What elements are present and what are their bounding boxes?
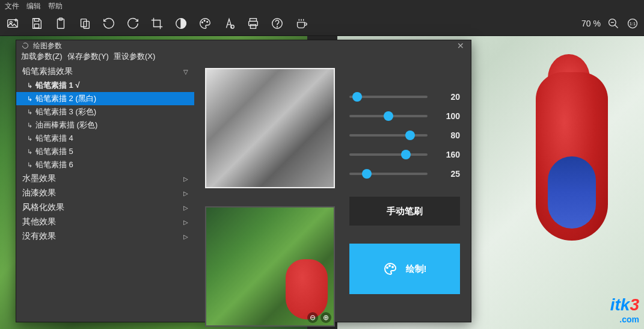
preset-pencil-3-color[interactable]: ↳铅笔素描 3 (彩色)	[16, 105, 194, 118]
svg-rect-2	[34, 18, 38, 21]
palette-icon[interactable]	[197, 16, 213, 31]
preview-sketch	[205, 68, 335, 188]
slider-thumb[interactable]	[384, 111, 393, 121]
preset-pencil-4[interactable]: ↳铅笔素描 4	[16, 132, 194, 145]
reset-params-menu[interactable]: 重设参数(X)	[114, 51, 155, 62]
slider-2-value: 100	[436, 111, 460, 121]
slider-3-track[interactable]	[349, 134, 428, 137]
slider-4-track[interactable]	[349, 153, 428, 156]
load-params-menu[interactable]: 加载参数(Z)	[21, 51, 63, 62]
parrot-image	[518, 48, 626, 289]
preview-zoom-out-icon[interactable]: ⊖	[307, 312, 318, 323]
category-ink[interactable]: 水墨效果▷	[16, 171, 194, 186]
dialog-titlebar[interactable]: 绘图参数 ✕	[16, 40, 471, 51]
slider-4-value: 160	[436, 150, 460, 159]
drawing-params-dialog: 绘图参数 ✕ 加载参数(Z) 保存参数(Y) 重设参数(X) 铅笔素描效果▽ ↳…	[16, 40, 471, 322]
dialog-menu: 加载参数(Z) 保存参数(Y) 重设参数(X)	[16, 51, 471, 62]
slider-1-value: 20	[436, 92, 460, 102]
category-style[interactable]: 风格化效果▷	[16, 200, 194, 215]
slider-thumb[interactable]	[405, 131, 415, 140]
svg-rect-13	[250, 18, 257, 21]
chevron-right-icon: ▷	[183, 190, 188, 197]
open-image-icon[interactable]	[5, 16, 20, 31]
help-icon[interactable]	[269, 16, 285, 31]
refresh-icon	[21, 42, 29, 50]
slider-2-track[interactable]	[349, 115, 428, 117]
preview-zoom-in-icon[interactable]: ⊕	[320, 312, 331, 323]
watermark: itk3 .com	[610, 295, 639, 324]
chevron-right-icon: ▷	[183, 233, 188, 240]
slider-3-value: 80	[436, 131, 460, 140]
svg-point-17	[277, 26, 278, 27]
print-icon[interactable]	[245, 16, 261, 31]
slider-5-value: 25	[436, 169, 460, 179]
chevron-right-icon: ▷	[183, 204, 188, 211]
svg-text:1:1: 1:1	[630, 21, 636, 26]
dialog-title: 绘图参数	[33, 41, 62, 51]
menu-file[interactable]: 文件	[5, 1, 19, 10]
zoom-controls: 70 % 1:1	[581, 17, 639, 30]
contrast-icon[interactable]	[173, 16, 189, 31]
preset-pencil-5[interactable]: ↳铅笔素描 5	[16, 145, 194, 158]
menu-help[interactable]: 帮助	[48, 1, 63, 10]
slider-1: 20	[349, 92, 460, 102]
return-arrow-icon: ↳	[27, 148, 35, 156]
return-arrow-icon: ↳	[27, 108, 35, 116]
svg-point-21	[387, 267, 388, 268]
chevron-right-icon: ▷	[183, 219, 188, 226]
slider-thumb[interactable]	[401, 150, 411, 159]
svg-point-22	[389, 265, 390, 266]
svg-point-23	[392, 266, 393, 268]
return-arrow-icon: ↳	[27, 135, 35, 143]
close-icon[interactable]: ✕	[455, 40, 466, 51]
slider-thumb[interactable]	[352, 92, 362, 102]
category-none[interactable]: 没有效果▷	[16, 229, 194, 244]
preview-original: ⊖ ⊕	[205, 206, 335, 327]
paste-icon[interactable]	[77, 16, 93, 31]
category-other[interactable]: 其他效果▷	[16, 215, 194, 229]
slider-panel: 20 100 80 160 25 手动笔刷	[349, 68, 460, 327]
slider-3: 80	[349, 131, 460, 140]
slider-thumb[interactable]	[362, 169, 372, 179]
preset-pencil-6[interactable]: ↳铅笔素描 6	[16, 158, 194, 171]
preset-sidebar: 铅笔素描效果▽ ↳铅笔素描 1 √ ↳铅笔素描 2 (黑白) ↳铅笔素描 3 (…	[16, 62, 194, 329]
preset-pencil-1[interactable]: ↳铅笔素描 1 √	[16, 79, 194, 92]
text-icon[interactable]	[221, 16, 237, 31]
save-icon[interactable]	[29, 16, 44, 31]
coffee-icon[interactable]	[293, 16, 309, 31]
menubar: 文件 编辑 帮助	[0, 0, 644, 11]
slider-2: 100	[349, 111, 460, 121]
preset-oilpastel-color[interactable]: ↳油画棒素描 (彩色)	[16, 118, 194, 132]
zoom-level: 70 %	[581, 19, 601, 28]
zoom-out-icon[interactable]	[607, 17, 620, 30]
toolbar: 70 % 1:1	[0, 11, 644, 36]
menu-edit[interactable]: 编辑	[26, 1, 41, 10]
palette-icon	[383, 262, 397, 276]
clipboard-icon[interactable]	[53, 16, 69, 31]
slider-4: 160	[349, 150, 460, 159]
slider-5-track[interactable]	[349, 173, 428, 175]
undo-icon[interactable]	[101, 16, 117, 31]
zoom-fit-icon[interactable]: 1:1	[626, 17, 639, 30]
return-arrow-icon: ↳	[27, 82, 35, 90]
slider-1-track[interactable]	[349, 96, 428, 98]
svg-point-9	[202, 22, 203, 23]
manual-brush-button[interactable]: 手动笔刷	[349, 197, 460, 226]
draw-button[interactable]: 绘制!	[349, 244, 460, 294]
preset-pencil-2-bw[interactable]: ↳铅笔素描 2 (黑白)	[16, 92, 194, 105]
return-arrow-icon: ↳	[27, 121, 35, 129]
slider-5: 25	[349, 169, 460, 179]
save-params-menu[interactable]: 保存参数(Y)	[67, 51, 109, 62]
chevron-right-icon: ▷	[183, 176, 188, 182]
category-paint[interactable]: 油漆效果▷	[16, 186, 194, 200]
crop-icon[interactable]	[149, 16, 165, 31]
category-pencil[interactable]: 铅笔素描效果▽	[16, 64, 194, 79]
return-arrow-icon: ↳	[27, 95, 35, 103]
svg-rect-3	[34, 23, 38, 27]
svg-point-10	[204, 20, 205, 21]
chevron-down-icon: ▽	[183, 69, 188, 75]
svg-point-11	[207, 21, 208, 22]
redo-icon[interactable]	[125, 16, 141, 31]
svg-rect-15	[250, 24, 256, 28]
return-arrow-icon: ↳	[27, 161, 35, 169]
